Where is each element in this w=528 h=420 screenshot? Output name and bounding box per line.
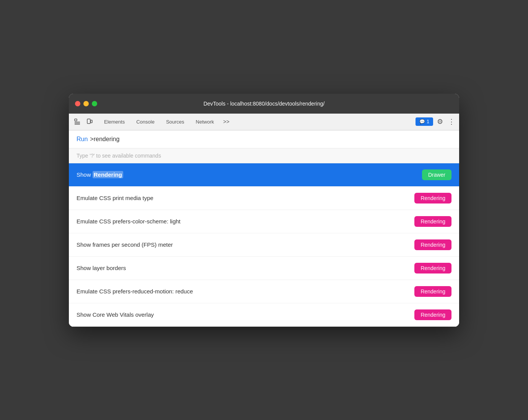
search-bar[interactable]: Type '?' to see available commands xyxy=(69,148,459,163)
command-list: Show Rendering Drawer Emulate CSS print … xyxy=(69,163,459,327)
badge-rendering-5[interactable]: Rendering xyxy=(414,286,451,297)
svg-rect-4 xyxy=(87,119,90,124)
badge-count: 1 xyxy=(427,119,429,124)
svg-rect-5 xyxy=(91,120,92,123)
tab-elements[interactable]: Elements xyxy=(99,117,130,127)
settings-button[interactable]: ⚙ xyxy=(434,116,446,128)
command-item-show-rendering[interactable]: Show Rendering Drawer xyxy=(69,163,459,187)
command-text-core-web-vitals: Show Core Web Vitals overlay xyxy=(77,311,154,318)
command-text-reduced-motion: Emulate CSS prefers-reduced-motion: redu… xyxy=(77,288,193,295)
run-label: Run xyxy=(77,136,88,143)
command-item-reduced-motion[interactable]: Emulate CSS prefers-reduced-motion: redu… xyxy=(69,280,459,303)
title-bar: DevTools - localhost:8080/docs/devtools/… xyxy=(69,94,459,114)
tab-sources[interactable]: Sources xyxy=(161,117,190,127)
command-text-fps-meter: Show frames per second (FPS) meter xyxy=(77,241,173,248)
badge-icon: 💬 xyxy=(419,119,425,124)
tab-console[interactable]: Console xyxy=(131,117,160,127)
run-command: >rendering xyxy=(90,136,119,143)
badge-rendering-4[interactable]: Rendering xyxy=(414,263,451,273)
badge-rendering-3[interactable]: Rendering xyxy=(414,239,451,250)
tab-bar-icons xyxy=(72,116,95,127)
command-text-show-rendering: Show Rendering xyxy=(77,171,123,178)
inspect-icon[interactable] xyxy=(72,116,83,127)
command-item-fps-meter[interactable]: Show frames per second (FPS) meter Rende… xyxy=(69,233,459,257)
command-item-layer-borders[interactable]: Show layer borders Rendering xyxy=(69,257,459,280)
badge-notifications[interactable]: 💬 1 xyxy=(416,117,433,126)
command-item-color-scheme[interactable]: Emulate CSS prefers-color-scheme: light … xyxy=(69,210,459,233)
run-bar: Run >rendering xyxy=(69,130,459,148)
devtools-window: DevTools - localhost:8080/docs/devtools/… xyxy=(69,94,459,327)
close-button[interactable] xyxy=(75,101,80,106)
tab-bar: Elements Console Sources Network >> 💬 1 … xyxy=(69,114,459,130)
main-content: Run >rendering Type '?' to see available… xyxy=(69,130,459,327)
command-item-core-web-vitals[interactable]: Show Core Web Vitals overlay Rendering xyxy=(69,303,459,327)
minimize-button[interactable] xyxy=(83,101,89,106)
badge-rendering-6[interactable]: Rendering xyxy=(414,309,451,320)
traffic-lights xyxy=(75,101,97,106)
tab-more-button[interactable]: >> xyxy=(220,117,232,126)
command-item-css-print[interactable]: Emulate CSS print media type Rendering xyxy=(69,187,459,210)
more-options-button[interactable]: ⋮ xyxy=(447,116,456,128)
command-text-layer-borders: Show layer borders xyxy=(77,265,126,271)
maximize-button[interactable] xyxy=(92,101,97,106)
window-title: DevTools - localhost:8080/docs/devtools/… xyxy=(204,101,325,107)
tab-network[interactable]: Network xyxy=(191,117,220,127)
badge-drawer[interactable]: Drawer xyxy=(422,169,451,180)
search-placeholder: Type '?' to see available commands xyxy=(77,153,161,159)
command-text-css-print: Emulate CSS print media type xyxy=(77,195,153,201)
svg-rect-0 xyxy=(75,119,77,121)
badge-rendering-1[interactable]: Rendering xyxy=(414,193,451,203)
command-text-color-scheme: Emulate CSS prefers-color-scheme: light xyxy=(77,218,181,225)
device-icon[interactable] xyxy=(84,116,95,127)
badge-rendering-2[interactable]: Rendering xyxy=(414,216,451,227)
